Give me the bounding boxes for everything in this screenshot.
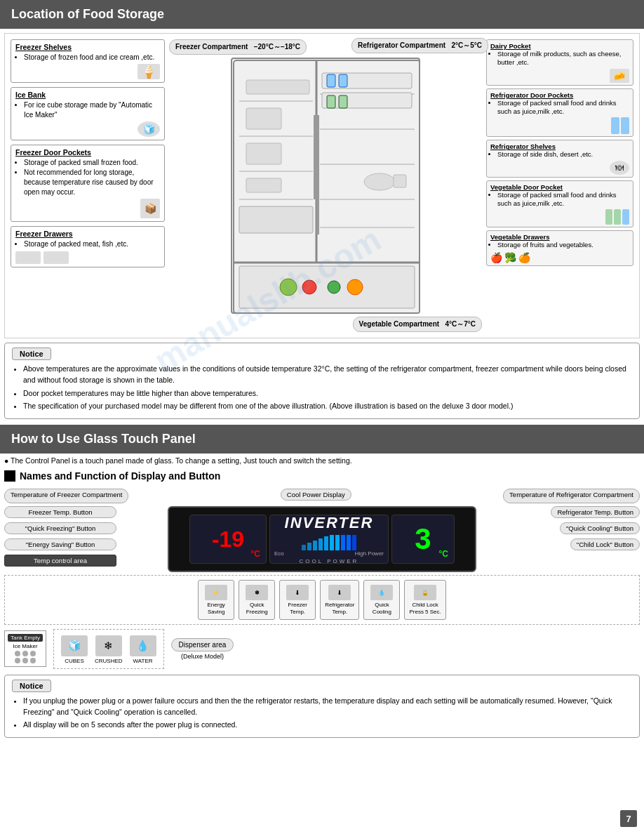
temp-control-area-label: Temp control area (4, 555, 116, 567)
refrigerator-temp-button-label: Refrigerator Temp. Button (551, 506, 640, 518)
ice-dot1 (15, 651, 20, 656)
button-row: ⚡ EnergySaving ❄ QuickFreezing 🌡 Freezer… (8, 580, 636, 620)
food-storage-section: Freezer Shelves Storage of frozen food a… (4, 33, 640, 338)
quick-freezing-btn[interactable]: ❄ QuickFreezing (239, 580, 275, 620)
bar7 (335, 535, 340, 550)
notice2-title: Notice (12, 680, 51, 692)
veg-door-pocket-box: Vegetable Door Pocket Storage of packed … (486, 180, 633, 228)
anno-center: -19 °C INVERTER (119, 506, 525, 572)
child-lock-btn[interactable]: 🔒 Child LockPress 5 Sec. (404, 580, 445, 620)
notice1-item1: Above temperatures are the approximate v… (23, 364, 632, 386)
water-btn[interactable]: 💧 WATER (130, 634, 156, 664)
section2-title: How to Use Glass Touch Panel (11, 432, 196, 446)
svg-point-26 (328, 281, 340, 293)
section2-header: How to Use Glass Touch Panel (0, 425, 644, 454)
cool-power-display-label: Cool Power Display (281, 489, 351, 501)
quick-freezing-button-label: "Quick Freezing" Button (4, 522, 116, 534)
dairy-icon: 🧀 (610, 69, 629, 83)
eco-label: Eco (274, 550, 284, 557)
eco-high-labels: Eco High Power (270, 550, 388, 557)
crushed-btn[interactable]: ❄ CRUSHED (95, 634, 123, 664)
veg-compartment-label: Vegetable Compartment 4°C～7°C (353, 317, 482, 332)
ice-dot3 (30, 651, 36, 656)
section1-header: Location of Food Storage (0, 0, 644, 29)
veg-door-icon1 (605, 209, 612, 225)
dispenser-model-label: (Deluxe Model) (171, 653, 234, 660)
veg-icon2: 🥦 (504, 252, 516, 263)
cool-power-text: COOL POWER (300, 558, 359, 564)
top-callout-row: Temperature of Freezer Compartment Cool … (4, 489, 640, 503)
energy-saving-btn[interactable]: ⚡ EnergySaving (198, 580, 234, 620)
cubes-label: CUBES (61, 658, 88, 664)
ref-temp-label: RefrigeratorTemp. (325, 602, 354, 616)
quick-cooling-button-label: "Quick Cooling" Button (560, 522, 640, 534)
ice-dot5 (22, 658, 28, 663)
energy-saving-button-label: "Energy Saving" Button (4, 538, 116, 550)
panel-middle-display: INVERTER (269, 515, 389, 564)
ref-temp-icon: 🌡 (328, 585, 351, 600)
bar2 (307, 543, 311, 550)
freezer-temp-button-label: Freezer Temp. Button (4, 506, 116, 518)
right-celsius: °C (439, 549, 448, 559)
ice-dot6 (30, 658, 36, 663)
tank-empty-label: Tank Empty (8, 634, 43, 642)
left-celsius: °C (251, 549, 260, 559)
ref-door-pockets-title: Refrigerator Door Pockets (490, 91, 629, 99)
freezer-compartment-label: Freezer Compartment −20°C～−18°C (169, 39, 307, 55)
notice2-item2: All display will be on 5 seconds after t… (23, 720, 632, 731)
panel-right-display: 3 °C (391, 515, 455, 564)
freezer-temp-label: FreezerTemp. (284, 602, 311, 616)
quick-freezing-icon: ❄ (246, 585, 268, 600)
child-lock-button-label: "Child Lock" Button (570, 538, 640, 550)
cool-power-bars (302, 535, 356, 550)
annotation-wrapper: Temperature of Freezer Compartment Cool … (4, 486, 640, 672)
veg-icon3: 🍊 (518, 252, 530, 263)
energy-saving-label: EnergySaving (203, 602, 229, 616)
temp-freezer-compartment-label: Temperature of Freezer Compartment (4, 489, 128, 503)
bar3 (313, 541, 317, 550)
freezer-temp-btn[interactable]: 🌡 FreezerTemp. (279, 580, 316, 620)
veg-drawers-title: Vegetable Drawers (490, 233, 629, 241)
right-labels: Dairy Pocket Storage of milk products, s… (486, 39, 633, 332)
veg-door-icon3 (622, 209, 629, 225)
quick-cooling-label: QuickCooling (368, 602, 395, 616)
crushed-icon: ❄ (95, 635, 122, 656)
bar1 (302, 545, 306, 550)
ice-bank-box: Ice Bank For ice cube storage made by "A… (11, 87, 165, 140)
ref-shelves-box: Refrigerator Shelves Storage of side dis… (486, 140, 633, 177)
ref-temp-btn[interactable]: 🌡 RefrigeratorTemp. (320, 580, 359, 620)
freezer-door-pockets-item1: Storage of packed small frozen food. (24, 158, 160, 168)
left-temp-value: -19 (212, 527, 244, 552)
freezer-shelves-item1: Storage of frozen food and ice cream ,et… (24, 53, 160, 62)
quick-cooling-btn[interactable]: 💧 QuickCooling (363, 580, 400, 620)
energy-saving-icon: ⚡ (205, 585, 227, 600)
dairy-pocket-title: Dairy Pocket (490, 42, 629, 50)
bar5 (324, 536, 328, 550)
freezer-drawers-title: Freezer Drawers (15, 230, 160, 238)
fridge-diagram: Freezer Compartment −20°C～−18°C (169, 39, 482, 332)
quick-freezing-label: QuickFreezing (243, 602, 270, 616)
freezer-shelves-title: Freezer Shelves (15, 43, 160, 51)
anno-right: Refrigerator Temp. Button "Quick Cooling… (528, 506, 640, 550)
cubes-btn[interactable]: 🧊 CUBES (61, 634, 88, 664)
ice-maker-label: Ice Maker (8, 643, 43, 649)
ref-door-pockets-box: Refrigerator Door Pockets Storage of pac… (486, 88, 633, 138)
quick-cooling-icon: 💧 (370, 585, 393, 600)
bar6 (330, 535, 334, 550)
ice-dot2 (22, 651, 28, 656)
bar9 (347, 535, 351, 550)
svg-rect-21 (246, 80, 309, 94)
black-square-icon (4, 470, 15, 482)
veg-door-icon2 (614, 209, 621, 225)
freezer-shelves-box: Freezer Shelves Storage of frozen food a… (11, 39, 165, 83)
freezer-drawers-icon1 (15, 251, 41, 264)
freezer-door-pockets-item2: Not recommended for long storage, becaus… (24, 168, 160, 197)
glass-touch-section: ● The Control Panel is a touch panel mad… (4, 456, 640, 672)
notice1-item2: Door pocket temperatures may be little h… (23, 388, 632, 399)
bar8 (341, 535, 345, 550)
svg-point-22 (364, 173, 395, 190)
svg-rect-30 (327, 95, 335, 108)
freezer-drawers-item1: Storage of packed meat, fish ,etc. (24, 239, 160, 249)
inverter-text: INVERTER (285, 514, 374, 532)
ice-bank-title: Ice Bank (15, 91, 160, 99)
